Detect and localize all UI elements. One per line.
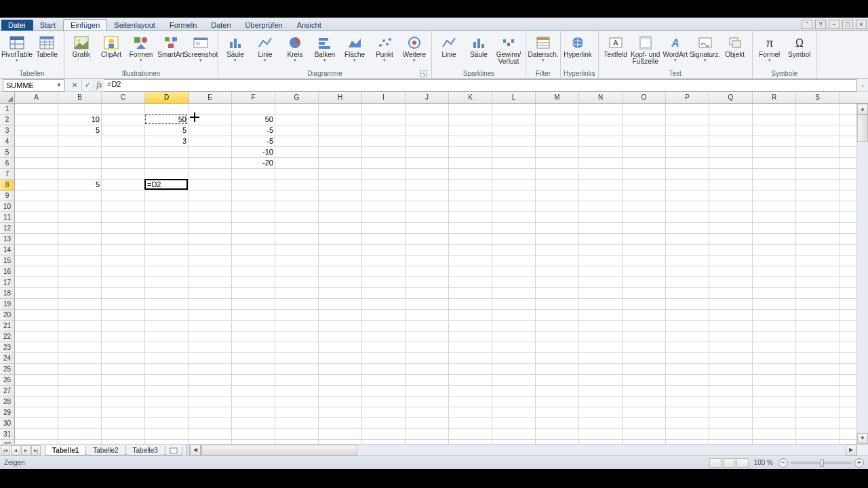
ribbon-tabelle-button[interactable]: Tabelle: [33, 33, 61, 60]
column-header-J[interactable]: J: [406, 92, 449, 103]
column-header-Q[interactable]: Q: [709, 92, 753, 103]
scroll-left-button[interactable]: ◀: [190, 445, 201, 455]
zoom-slider[interactable]: [791, 462, 852, 464]
row-header-16[interactable]: 16: [0, 266, 14, 277]
dialog-launcher-icon[interactable]: ↘: [420, 70, 427, 77]
row-header-8[interactable]: 8: [0, 180, 14, 190]
ribbon-formel-button[interactable]: πFormel▾: [755, 33, 784, 64]
ribbon-pivottable-button[interactable]: PivotTable▾: [3, 33, 31, 64]
row-header-2[interactable]: 2: [0, 115, 14, 125]
row-header-29[interactable]: 29: [0, 407, 14, 418]
row-header-21[interactable]: 21: [0, 321, 14, 331]
ribbon-signaturz--button[interactable]: Signaturz.▾: [691, 33, 719, 64]
ribbon-wordart-button[interactable]: AWordArt▾: [661, 33, 690, 64]
row-header-20[interactable]: 20: [0, 310, 14, 321]
ribbon-säule-button[interactable]: Säule: [465, 33, 493, 60]
ribbon-kreis-button[interactable]: Kreis▾: [281, 33, 309, 64]
scroll-up-button[interactable]: ▲: [857, 104, 868, 115]
sheet-tab-tabelle3[interactable]: Tabelle3: [125, 446, 165, 455]
column-header-M[interactable]: M: [536, 92, 579, 103]
ribbon-grafik-button[interactable]: Grafik: [67, 33, 96, 60]
row-header-18[interactable]: 18: [0, 288, 14, 299]
sheet-tab-tabelle2[interactable]: Tabelle2: [85, 446, 125, 455]
sheet-nav-prev[interactable]: ◂: [11, 445, 20, 455]
cell-F5[interactable]: -10: [232, 147, 275, 158]
cell-F2[interactable]: 50: [232, 115, 275, 125]
view-pagelayout-button[interactable]: [723, 458, 735, 468]
ribbon-datensch--button[interactable]: Datensch.▾: [529, 33, 557, 64]
tab-seitenlayout[interactable]: Seitenlayout: [107, 20, 163, 30]
row-header-1[interactable]: 1: [0, 104, 14, 115]
ribbon-balken-button[interactable]: Balken▾: [311, 33, 339, 64]
ribbon-symbol-button[interactable]: ΩSymbol: [785, 33, 814, 60]
cell-D2[interactable]: 50: [145, 115, 189, 125]
row-header-17[interactable]: 17: [0, 277, 14, 288]
cell-D3[interactable]: 5: [145, 125, 189, 136]
cell-F3[interactable]: -5: [232, 125, 275, 136]
column-header-D[interactable]: D: [145, 92, 189, 103]
tab-start[interactable]: Start: [33, 20, 63, 30]
sheet-tab-tabelle1[interactable]: Tabelle1: [45, 446, 86, 455]
row-header-4[interactable]: 4: [0, 136, 14, 147]
window-minimize-icon[interactable]: –: [829, 20, 840, 29]
tab-überprüfen[interactable]: Überprüfen: [239, 20, 290, 30]
tab-ansicht[interactable]: Ansicht: [290, 20, 329, 30]
ribbon-clipart-button[interactable]: ClipArt: [97, 33, 125, 60]
ribbon-säule-button[interactable]: Säule▾: [221, 33, 250, 64]
insert-function-button[interactable]: fx: [94, 80, 104, 91]
ribbon-hyperlink-button[interactable]: Hyperlink: [564, 33, 592, 60]
select-all-corner[interactable]: [0, 92, 15, 103]
column-header-R[interactable]: R: [753, 92, 796, 103]
zoom-in-button[interactable]: +: [854, 458, 864, 468]
column-header-B[interactable]: B: [58, 92, 102, 103]
ribbon-fläche-button[interactable]: Fläche▾: [340, 33, 369, 64]
ribbon-textfeld-button[interactable]: ATextfeld: [601, 33, 630, 60]
scroll-down-button[interactable]: ▼: [857, 433, 868, 444]
vertical-scroll-thumb[interactable]: [857, 115, 868, 142]
cancel-formula-button[interactable]: ✕: [69, 80, 80, 91]
scroll-right-button[interactable]: ▶: [846, 445, 856, 455]
cell-F4[interactable]: -5: [232, 136, 275, 147]
horizontal-scroll-thumb[interactable]: [201, 445, 357, 455]
column-header-I[interactable]: I: [362, 92, 406, 103]
row-header-24[interactable]: 24: [0, 353, 14, 364]
row-header-23[interactable]: 23: [0, 342, 14, 353]
sheet-nav-first[interactable]: |◂: [1, 445, 10, 455]
row-header-3[interactable]: 3: [0, 125, 14, 136]
tab-file[interactable]: Datei: [1, 20, 33, 30]
cells-area[interactable]: 10555053=D250-5-5-10-20: [15, 104, 856, 444]
column-header-S[interactable]: S: [796, 92, 840, 103]
name-box[interactable]: SUMME ▼: [3, 79, 65, 92]
ribbon-linie-button[interactable]: Linie▾: [251, 33, 279, 64]
cell-D8[interactable]: =D2: [145, 180, 189, 190]
row-header-30[interactable]: 30: [0, 418, 14, 429]
row-header-11[interactable]: 11: [0, 212, 14, 223]
new-sheet-button[interactable]: [165, 447, 182, 455]
row-header-31[interactable]: 31: [0, 429, 14, 440]
row-header-10[interactable]: 10: [0, 201, 14, 212]
row-header-13[interactable]: 13: [0, 234, 14, 245]
row-header-12[interactable]: 12: [0, 223, 14, 234]
sheet-nav-last[interactable]: ▸|: [31, 445, 41, 455]
row-header-15[interactable]: 15: [0, 256, 14, 266]
column-header-N[interactable]: N: [579, 92, 623, 103]
column-header-L[interactable]: L: [492, 92, 536, 103]
zoom-percent[interactable]: 100 %: [754, 459, 773, 466]
tab-einfügen[interactable]: Einfügen: [63, 19, 107, 30]
view-pagebreak-button[interactable]: [736, 458, 749, 468]
view-normal-button[interactable]: [709, 458, 722, 468]
ribbon-minimize-icon[interactable]: ˄: [802, 20, 812, 29]
cell-D4[interactable]: 3: [145, 136, 189, 147]
row-header-6[interactable]: 6: [0, 158, 14, 169]
column-header-A[interactable]: A: [15, 92, 58, 103]
row-header-19[interactable]: 19: [0, 299, 14, 310]
column-header-F[interactable]: F: [232, 92, 275, 103]
confirm-formula-button[interactable]: ✓: [81, 80, 92, 91]
ribbon-kopf--und-fußzeile-button[interactable]: Kopf- und Fußzeile: [631, 33, 660, 66]
row-header-14[interactable]: 14: [0, 245, 14, 256]
sheet-nav-next[interactable]: ▸: [21, 445, 31, 455]
row-header-9[interactable]: 9: [0, 190, 14, 201]
cell-B8[interactable]: 5: [58, 180, 102, 190]
zoom-out-button[interactable]: −: [778, 458, 788, 468]
cell-B2[interactable]: 10: [58, 115, 102, 125]
